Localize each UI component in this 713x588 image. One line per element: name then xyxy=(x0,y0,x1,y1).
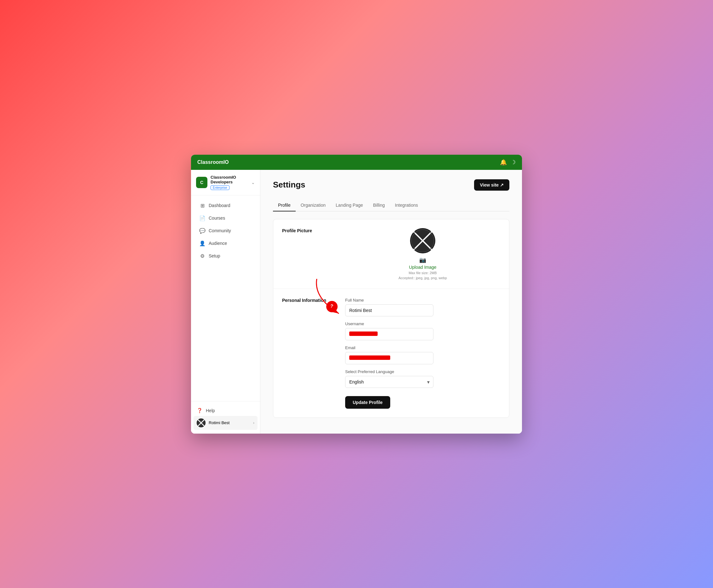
sidebar-item-community[interactable]: 💬 Community xyxy=(193,225,257,237)
audience-icon: 👤 xyxy=(199,240,206,247)
dashboard-icon: ⊞ xyxy=(199,203,206,209)
sidebar-item-setup[interactable]: ⚙ Setup xyxy=(193,250,257,262)
upload-link[interactable]: Upload Image xyxy=(409,265,436,270)
user-profile-item[interactable]: Rotimi Best › xyxy=(193,416,257,430)
courses-icon: 📄 xyxy=(199,215,206,221)
email-input-redacted[interactable] xyxy=(345,352,434,364)
community-icon: 💬 xyxy=(199,228,206,234)
content-header: Settings View site ↗ xyxy=(273,179,509,191)
org-icon: C xyxy=(196,177,207,188)
sidebar-item-dashboard[interactable]: ⊞ Dashboard xyxy=(193,200,257,212)
update-profile-button[interactable]: Update Profile xyxy=(345,396,390,409)
sidebar-item-label: Courses xyxy=(209,215,225,220)
upload-area[interactable]: 📷 Upload Image Max file size: 2MB Accept… xyxy=(398,256,447,280)
language-select[interactable]: English French Spanish xyxy=(345,376,434,388)
upload-meta-size: Max file size: 2MB xyxy=(408,271,437,275)
username-label: Username xyxy=(345,321,500,326)
username-input-redacted[interactable] xyxy=(345,328,434,340)
view-site-button[interactable]: View site ↗ xyxy=(474,179,509,191)
full-name-label: Full Name xyxy=(345,298,500,302)
sidebar-item-label: Community xyxy=(209,228,231,233)
email-label: Email xyxy=(345,345,500,350)
tab-landing-page[interactable]: Landing Page xyxy=(331,200,368,211)
language-label: Select Preferred Language xyxy=(345,369,500,374)
camera-icon: 📷 xyxy=(419,256,426,264)
app-window: ClassroomIO 🔔 ☽ C ClassroomIO Developers… xyxy=(191,155,522,434)
username-redacted-bar xyxy=(349,332,378,336)
help-item[interactable]: ❓ Help 1 xyxy=(193,405,257,416)
language-field: Select Preferred Language English French… xyxy=(345,369,500,388)
tab-profile[interactable]: Profile xyxy=(273,200,296,211)
moon-icon[interactable]: ☽ xyxy=(511,159,516,166)
profile-pic-area: 📷 Upload Image Max file size: 2MB Accept… xyxy=(345,228,500,280)
top-bar: ClassroomIO 🔔 ☽ xyxy=(191,155,522,170)
email-redacted-bar xyxy=(349,355,390,360)
org-selector[interactable]: C ClassroomIO Developers Enterprise ⌄ xyxy=(191,170,260,195)
sidebar-bottom: ❓ Help 1 Rotimi Best › xyxy=(191,401,260,434)
badge-2: 2 xyxy=(326,301,338,312)
org-chevron-icon: ⌄ xyxy=(251,180,255,185)
org-badge: Enterprise xyxy=(211,185,229,190)
sidebar-item-label: Setup xyxy=(209,253,220,258)
user-name: Rotimi Best xyxy=(209,420,250,425)
top-bar-icons: 🔔 ☽ xyxy=(500,159,516,166)
main-content: Settings View site ↗ Profile Organizatio… xyxy=(260,170,522,434)
org-name: ClassroomIO Developers xyxy=(211,175,248,184)
profile-picture-content: 📷 Upload Image Max file size: 2MB Accept… xyxy=(345,228,500,280)
settings-tabs: Profile Organization Landing Page Billin… xyxy=(273,200,509,211)
email-field: Email xyxy=(345,345,500,364)
sidebar-item-label: Dashboard xyxy=(209,203,230,208)
setup-icon: ⚙ xyxy=(199,253,206,259)
org-info: ClassroomIO Developers Enterprise xyxy=(211,175,248,190)
settings-card: Profile Picture xyxy=(273,219,509,418)
page-title: Settings xyxy=(273,180,306,190)
upload-meta-types: Accepted:: jpeg, jpg, png, webp xyxy=(398,276,447,280)
bell-icon[interactable]: 🔔 xyxy=(500,159,507,166)
personal-info-content: 2 Full Name Username Email xyxy=(345,298,500,409)
sidebar: C ClassroomIO Developers Enterprise ⌄ ⊞ … xyxy=(191,170,260,434)
help-label: Help xyxy=(206,408,215,413)
full-name-input[interactable] xyxy=(345,304,434,316)
personal-info-section: Personal Information 2 xyxy=(273,289,509,418)
help-icon: ❓ xyxy=(197,408,203,414)
section-label-profile: Profile Picture xyxy=(282,228,333,280)
tab-organization[interactable]: Organization xyxy=(296,200,331,211)
app-title: ClassroomIO xyxy=(197,160,229,165)
language-select-wrapper: English French Spanish xyxy=(345,376,434,388)
sidebar-item-courses[interactable]: 📄 Courses xyxy=(193,212,257,224)
tab-billing[interactable]: Billing xyxy=(368,200,390,211)
full-name-field: Full Name xyxy=(345,298,500,316)
tab-integrations[interactable]: Integrations xyxy=(390,200,423,211)
profile-picture-section: Profile Picture xyxy=(273,219,509,289)
user-chevron-icon: › xyxy=(253,421,254,425)
username-field: Username xyxy=(345,321,500,340)
avatar xyxy=(197,418,206,427)
sidebar-item-label: Audience xyxy=(209,241,227,246)
sidebar-item-audience[interactable]: 👤 Audience xyxy=(193,237,257,250)
section-label-personal: Personal Information xyxy=(282,298,333,409)
profile-avatar xyxy=(410,228,435,253)
main-layout: C ClassroomIO Developers Enterprise ⌄ ⊞ … xyxy=(191,170,522,434)
sidebar-nav: ⊞ Dashboard 📄 Courses 💬 Community 👤 Audi… xyxy=(191,195,260,401)
